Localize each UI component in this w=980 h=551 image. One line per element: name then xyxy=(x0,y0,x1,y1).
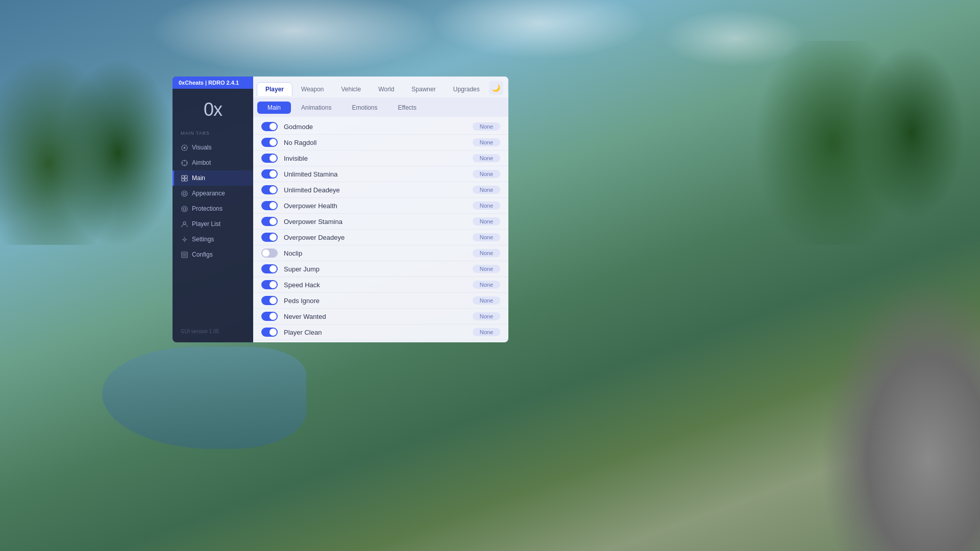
toggle-unlimited-stamina[interactable] xyxy=(261,169,278,179)
moon-icon: 🌙 xyxy=(492,84,500,92)
feature-label-player-clean: Player Clean xyxy=(284,329,467,336)
feature-label-overpower-deadeye: Overpower Deadeye xyxy=(284,234,467,241)
feature-row-super-jump: Super Jump None xyxy=(253,261,508,277)
feature-label-super-jump: Super Jump xyxy=(284,265,467,273)
feature-badge-no-ragdoll[interactable]: None xyxy=(473,138,500,146)
sidebar-item-player-list[interactable]: Player List xyxy=(173,216,253,232)
feature-row-speed-hack: Speed Hack None xyxy=(253,277,508,293)
svg-point-14 xyxy=(183,208,186,210)
feature-badge-noclip[interactable]: None xyxy=(473,249,500,257)
feature-label-overpower-stamina: Overpower Stamina xyxy=(284,218,467,226)
sidebar-label-protections: Protections xyxy=(192,205,223,212)
feature-badge-peds-ignore[interactable]: None xyxy=(473,296,500,305)
sidebar-item-appearance[interactable]: Appearance xyxy=(173,186,253,201)
toggle-peds-ignore[interactable] xyxy=(261,296,278,305)
feature-label-invisible: Invisible xyxy=(284,155,467,162)
toggle-overpower-health[interactable] xyxy=(261,201,278,210)
feature-row-noclip: Noclip None xyxy=(253,245,508,261)
feature-badge-never-wanted[interactable]: None xyxy=(473,312,500,320)
tab-spawner[interactable]: Spawner xyxy=(403,83,444,96)
settings-icon xyxy=(181,236,188,243)
subtab-emotions[interactable]: Emotions xyxy=(341,102,387,114)
main-icon xyxy=(181,174,188,182)
toggle-godmode[interactable] xyxy=(261,122,278,131)
sidebar-item-main[interactable]: Main xyxy=(173,170,253,186)
sidebar-item-protections[interactable]: Protections xyxy=(173,201,253,216)
configs-icon xyxy=(181,251,188,258)
sidebar-label-settings: Settings xyxy=(192,236,214,243)
feature-label-peds-ignore: Peds Ignore xyxy=(284,297,467,305)
visuals-icon xyxy=(181,144,188,151)
feature-label-overpower-health: Overpower Health xyxy=(284,202,467,210)
bg-water xyxy=(102,347,306,449)
sidebar-section-label: MAIN TABS xyxy=(173,129,253,140)
sidebar-item-configs[interactable]: Configs xyxy=(173,247,253,262)
svg-point-13 xyxy=(182,206,187,212)
feature-row-overpower-stamina: Overpower Stamina None xyxy=(253,214,508,230)
toggle-overpower-stamina[interactable] xyxy=(261,217,278,226)
sidebar-item-aimbot[interactable]: Aimbot xyxy=(173,155,253,170)
sidebar-item-settings[interactable]: Settings xyxy=(173,232,253,247)
feature-row-unlimited-stamina: Unlimited Stamina None xyxy=(253,166,508,182)
subtab-animations[interactable]: Animations xyxy=(291,102,341,114)
feature-badge-super-jump[interactable]: None xyxy=(473,265,500,273)
feature-row-no-ragdoll: No Ragdoll None xyxy=(253,135,508,151)
panel-tab-icons: 🌙 ⚑ xyxy=(489,81,508,98)
feature-badge-invisible[interactable]: None xyxy=(473,154,500,162)
feature-label-no-ragdoll: No Ragdoll xyxy=(284,139,467,146)
feature-row-overpower-deadeye: Overpower Deadeye None xyxy=(253,230,508,245)
feature-badge-unlimited-stamina[interactable]: None xyxy=(473,170,500,178)
aimbot-icon xyxy=(181,159,188,166)
toggle-speed-hack[interactable] xyxy=(261,280,278,289)
toggle-never-wanted[interactable] xyxy=(261,312,278,321)
player-list-icon xyxy=(181,220,188,228)
feature-label-unlimited-stamina: Unlimited Stamina xyxy=(284,170,467,178)
sidebar-version: GUI version 1.05 xyxy=(173,320,253,334)
toggle-no-ragdoll[interactable] xyxy=(261,138,278,147)
tab-vehicle[interactable]: Vehicle xyxy=(333,83,370,96)
toggle-noclip[interactable] xyxy=(261,248,278,258)
sub-tabs: Main Animations Emotions Effects xyxy=(253,98,508,117)
feature-row-never-wanted: Never Wanted None xyxy=(253,309,508,324)
toggle-overpower-deadeye[interactable] xyxy=(261,233,278,242)
toggle-unlimited-deadeye[interactable] xyxy=(261,185,278,194)
feature-badge-speed-hack[interactable]: None xyxy=(473,281,500,289)
feature-row-godmode: Godmode None xyxy=(253,119,508,135)
feature-row-unlimited-deadeye: Unlimited Deadeye None xyxy=(253,182,508,198)
tab-player[interactable]: Player xyxy=(257,83,292,96)
panel: Player Weapon Vehicle World Spawner Upgr… xyxy=(253,77,508,342)
tab-upgrades[interactable]: Upgrades xyxy=(445,83,488,96)
feature-badge-overpower-health[interactable]: None xyxy=(473,202,500,210)
feature-row-player-clean: Player Clean None xyxy=(253,324,508,340)
sidebar-label-aimbot: Aimbot xyxy=(192,159,211,166)
svg-rect-8 xyxy=(185,176,187,178)
svg-point-1 xyxy=(183,146,185,148)
main-window: 0xCheats | RDRO 2.4.1 0x MAIN TABS Visua… xyxy=(173,77,509,342)
toggle-player-clean[interactable] xyxy=(261,328,278,337)
sidebar-label-configs: Configs xyxy=(192,251,213,258)
feature-badge-overpower-deadeye[interactable]: None xyxy=(473,233,500,241)
sidebar: 0xCheats | RDRO 2.4.1 0x MAIN TABS Visua… xyxy=(173,77,253,342)
sidebar-label-appearance: Appearance xyxy=(192,190,225,197)
theme-toggle-button[interactable]: 🌙 xyxy=(489,81,503,95)
sidebar-label-main: Main xyxy=(192,174,205,182)
bg-rocks xyxy=(725,245,980,551)
protections-icon xyxy=(181,205,188,212)
toggle-super-jump[interactable] xyxy=(261,264,278,273)
flag-button[interactable]: ⚑ xyxy=(507,81,508,95)
feature-badge-overpower-stamina[interactable]: None xyxy=(473,217,500,226)
subtab-main[interactable]: Main xyxy=(257,102,291,114)
feature-badge-player-clean[interactable]: None xyxy=(473,328,500,336)
feature-badge-godmode[interactable]: None xyxy=(473,122,500,131)
sidebar-item-visuals[interactable]: Visuals xyxy=(173,140,253,155)
toggle-invisible[interactable] xyxy=(261,154,278,163)
feature-badge-unlimited-deadeye[interactable]: None xyxy=(473,186,500,194)
subtab-effects[interactable]: Effects xyxy=(387,102,426,114)
svg-point-15 xyxy=(183,221,186,224)
feature-label-godmode: Godmode xyxy=(284,123,467,131)
tab-weapon[interactable]: Weapon xyxy=(293,83,332,96)
feature-list: Godmode None No Ragdoll None Invisible N… xyxy=(253,117,508,342)
appearance-icon xyxy=(181,190,188,197)
tab-world[interactable]: World xyxy=(370,83,402,96)
feature-label-speed-hack: Speed Hack xyxy=(284,281,467,289)
